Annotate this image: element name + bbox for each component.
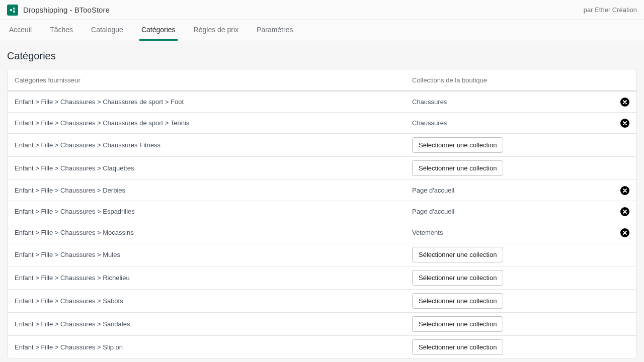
table-row: Enfant > Fille > Chaussures > Espadrille…	[8, 201, 636, 222]
collection-name: Chaussures	[412, 98, 614, 106]
main-tabs: Acceuil Tâches Catalogue Catégories Règl…	[0, 20, 644, 41]
table-row: Enfant > Fille > Chaussures > Chaussures…	[8, 113, 636, 134]
tab-categories[interactable]: Catégories	[139, 20, 178, 41]
tab-regles-de-prix[interactable]: Règles de prix	[192, 20, 241, 41]
table-row: Enfant > Fille > Chaussures > SabotsSéle…	[8, 290, 636, 313]
supplier-category: Enfant > Fille > Chaussures > Chaussures…	[15, 98, 412, 106]
supplier-category: Enfant > Fille > Chaussures > Chaussures…	[15, 119, 412, 127]
collection-name: Page d'accueil	[412, 187, 614, 194]
supplier-category: Enfant > Fille > Chaussures > Claquettes	[15, 164, 412, 172]
remove-icon[interactable]	[620, 98, 629, 107]
supplier-category: Enfant > Fille > Chaussures > Derbies	[15, 187, 412, 194]
svg-point-2	[13, 10, 15, 12]
table-row: Enfant > Fille > Chaussures > DerbiesPag…	[8, 180, 636, 201]
select-collection-button[interactable]: Sélectionner une collection	[412, 160, 503, 176]
tab-taches[interactable]: Tâches	[48, 20, 75, 41]
supplier-category: Enfant > Fille > Chaussures > Slip on	[15, 343, 412, 351]
collection-name: Page d'accueil	[412, 208, 614, 215]
column-header-collection: Collections de la boutique	[412, 76, 614, 84]
table-row: Enfant > Fille > Chaussures > RichelieuS…	[8, 266, 636, 290]
table-row: Enfant > Fille > Chaussures > Chaussures…	[8, 92, 636, 113]
app-logo-icon	[7, 5, 18, 16]
select-collection-button[interactable]: Sélectionner une collection	[412, 316, 503, 332]
select-collection-button[interactable]: Sélectionner une collection	[412, 293, 503, 309]
select-collection-button[interactable]: Sélectionner une collection	[412, 247, 503, 262]
select-collection-button[interactable]: Sélectionner une collection	[412, 137, 503, 153]
table-row: Enfant > Fille > Chaussures > MocassinsV…	[8, 222, 636, 243]
remove-icon[interactable]	[620, 207, 629, 216]
table-row: Enfant > Fille > Chaussures > Chaussures…	[8, 134, 636, 157]
supplier-category: Enfant > Fille > Chaussures > Mules	[15, 251, 412, 258]
svg-point-0	[10, 9, 12, 11]
table-row: Enfant > Fille > Chaussures > Claquettes…	[8, 157, 636, 180]
supplier-category: Enfant > Fille > Chaussures > Mocassins	[15, 229, 412, 236]
column-header-supplier: Catégories fournisseur	[15, 76, 412, 84]
collection-name: Chaussures	[412, 119, 614, 127]
table-row: Enfant > Fille > Chaussures > Slip onSél…	[8, 336, 636, 358]
app-author: par Ether Création	[584, 6, 637, 14]
tab-acceuil[interactable]: Acceuil	[7, 20, 34, 41]
categories-table: Catégories fournisseur Collections de la…	[7, 69, 637, 359]
collection-name: Vetements	[412, 229, 614, 236]
tab-catalogue[interactable]: Catalogue	[89, 20, 125, 41]
select-collection-button[interactable]: Sélectionner une collection	[412, 270, 503, 286]
remove-icon[interactable]	[620, 119, 629, 128]
select-collection-button[interactable]: Sélectionner une collection	[412, 339, 503, 355]
supplier-category: Enfant > Fille > Chaussures > Sandales	[15, 320, 412, 328]
page-title: Catégories	[7, 50, 637, 62]
remove-icon[interactable]	[620, 228, 629, 237]
tab-parametres[interactable]: Paramètres	[255, 20, 295, 41]
supplier-category: Enfant > Fille > Chaussures > Sabots	[15, 297, 412, 305]
table-header: Catégories fournisseur Collections de la…	[8, 69, 636, 92]
supplier-category: Enfant > Fille > Chaussures > Chaussures…	[15, 141, 412, 149]
supplier-category: Enfant > Fille > Chaussures > Richelieu	[15, 274, 412, 282]
top-bar: Dropshipping - BTooStore par Ether Créat…	[0, 0, 644, 20]
svg-point-1	[13, 7, 15, 9]
supplier-category: Enfant > Fille > Chaussures > Espadrille…	[15, 208, 412, 215]
table-row: Enfant > Fille > Chaussures > MulesSélec…	[8, 243, 636, 266]
app-title: Dropshipping - BTooStore	[23, 6, 110, 14]
table-row: Enfant > Fille > Chaussures > SandalesSé…	[8, 313, 636, 336]
remove-icon[interactable]	[620, 186, 629, 195]
